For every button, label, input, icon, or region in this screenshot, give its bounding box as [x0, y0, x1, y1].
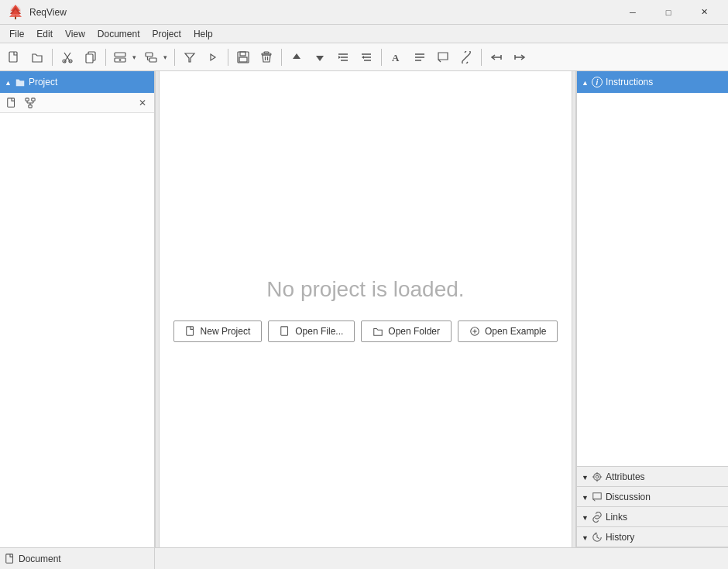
instructions-content — [577, 93, 728, 466]
main-area: Project ✕ No project is loaded. New Proj… — [0, 71, 728, 547]
bottom-bar: Document — [0, 547, 728, 569]
folder-icon — [15, 77, 26, 87]
add-child-dropdown[interactable]: ▾ — [141, 46, 170, 69]
add-child-dropdown-arrow[interactable]: ▾ — [160, 46, 170, 68]
svg-rect-12 — [115, 53, 125, 57]
document-label: Document — [19, 554, 61, 564]
links-icon — [592, 512, 603, 523]
nav-prev-button[interactable] — [486, 46, 507, 68]
new-project-button[interactable]: New Project — [173, 320, 263, 342]
delete-button[interactable] — [256, 46, 277, 68]
add-row-button[interactable] — [111, 46, 129, 68]
move-down-button[interactable] — [309, 46, 331, 68]
attributes-icon — [592, 471, 603, 482]
svg-rect-57 — [186, 326, 193, 334]
expand-button[interactable] — [202, 46, 224, 68]
attributes-label: Attributes — [606, 471, 645, 482]
window-controls: ─ □ ✕ — [615, 0, 722, 25]
menu-view[interactable]: View — [59, 27, 91, 41]
left-panel: Project ✕ — [0, 71, 155, 547]
empty-state: No project is loaded. New Project Open F… — [160, 71, 572, 547]
move-up-button[interactable] — [286, 46, 307, 68]
maximize-button[interactable]: □ — [651, 0, 686, 25]
svg-rect-52 — [29, 105, 32, 108]
discussion-chevron-icon — [582, 492, 589, 502]
svg-marker-29 — [293, 53, 300, 59]
discussion-section-header[interactable]: Discussion — [577, 487, 728, 507]
text-format-button[interactable]: A — [386, 46, 407, 68]
project-tree-btn[interactable] — [22, 94, 39, 111]
menu-project[interactable]: Project — [146, 27, 187, 41]
empty-message: No project is loaded. — [266, 277, 464, 302]
svg-point-63 — [596, 475, 599, 478]
menu-document[interactable]: Document — [91, 27, 146, 41]
history-icon — [592, 532, 603, 543]
links-label: Links — [606, 512, 627, 523]
separator-5 — [281, 49, 282, 66]
copy-button[interactable] — [80, 46, 101, 68]
align-button[interactable] — [409, 46, 431, 68]
open-example-button[interactable]: Open Example — [458, 320, 558, 342]
links-section-header[interactable]: Links — [577, 507, 728, 527]
new-document-button[interactable] — [3, 46, 25, 68]
separator-3 — [174, 49, 175, 66]
svg-marker-20 — [185, 53, 194, 62]
svg-marker-38 — [362, 56, 364, 59]
instructions-info-icon: i — [592, 77, 603, 87]
discussion-label: Discussion — [606, 492, 651, 502]
svg-point-62 — [594, 473, 601, 480]
open-folder-button[interactable]: Open Folder — [361, 320, 452, 342]
title-bar: ReqView ─ □ ✕ — [0, 0, 728, 25]
open-example-icon — [469, 326, 480, 337]
cut-button[interactable] — [57, 46, 78, 68]
indent-button[interactable] — [332, 46, 354, 68]
center-panel: No project is loaded. New Project Open F… — [160, 71, 572, 547]
menu-edit[interactable]: Edit — [30, 27, 59, 41]
separator-1 — [52, 49, 53, 66]
svg-text:A: A — [392, 52, 400, 63]
minimize-button[interactable]: ─ — [615, 0, 651, 25]
comment-button[interactable] — [432, 46, 454, 68]
open-folder-label: Open Folder — [388, 326, 440, 337]
svg-rect-58 — [281, 326, 288, 334]
link-button[interactable] — [455, 46, 477, 68]
add-child-button[interactable] — [142, 46, 160, 68]
project-collapse-icon[interactable] — [5, 77, 12, 87]
instructions-collapse-icon[interactable] — [582, 77, 589, 87]
nav-next-button[interactable] — [509, 46, 531, 68]
svg-marker-34 — [338, 56, 341, 59]
document-icon — [5, 554, 15, 564]
attributes-section-header[interactable]: Attributes — [577, 467, 728, 487]
discussion-icon — [592, 492, 603, 502]
open-file-button[interactable]: Open File... — [268, 320, 355, 342]
menu-file[interactable]: File — [3, 27, 30, 41]
svg-marker-21 — [211, 54, 215, 60]
history-section-header[interactable]: History — [577, 527, 728, 547]
svg-rect-50 — [26, 98, 29, 101]
separator-6 — [381, 49, 382, 66]
save-button[interactable] — [232, 46, 254, 68]
add-row-dropdown[interactable]: ▾ — [110, 46, 139, 69]
svg-rect-24 — [239, 57, 247, 62]
svg-rect-17 — [149, 58, 156, 62]
outdent-button[interactable] — [355, 46, 377, 68]
project-new-btn[interactable] — [3, 94, 20, 111]
menu-bar: File Edit View Document Project Help — [0, 25, 728, 43]
svg-marker-30 — [316, 56, 324, 61]
close-button[interactable]: ✕ — [686, 0, 722, 25]
svg-rect-69 — [6, 554, 13, 562]
svg-rect-5 — [9, 52, 17, 62]
separator-4 — [228, 49, 228, 66]
open-folder-icon — [373, 326, 383, 337]
svg-rect-49 — [8, 98, 15, 106]
project-close-btn[interactable]: ✕ — [134, 94, 151, 111]
instructions-panel-title: Instructions — [606, 77, 653, 87]
menu-help[interactable]: Help — [187, 27, 219, 41]
add-row-dropdown-arrow[interactable]: ▾ — [129, 46, 139, 68]
app-logo — [6, 3, 25, 22]
separator-2 — [105, 49, 106, 66]
document-status: Document — [0, 548, 155, 569]
filter-button[interactable] — [179, 46, 201, 68]
project-panel-title: Project — [29, 77, 57, 87]
open-document-button[interactable] — [26, 46, 48, 68]
